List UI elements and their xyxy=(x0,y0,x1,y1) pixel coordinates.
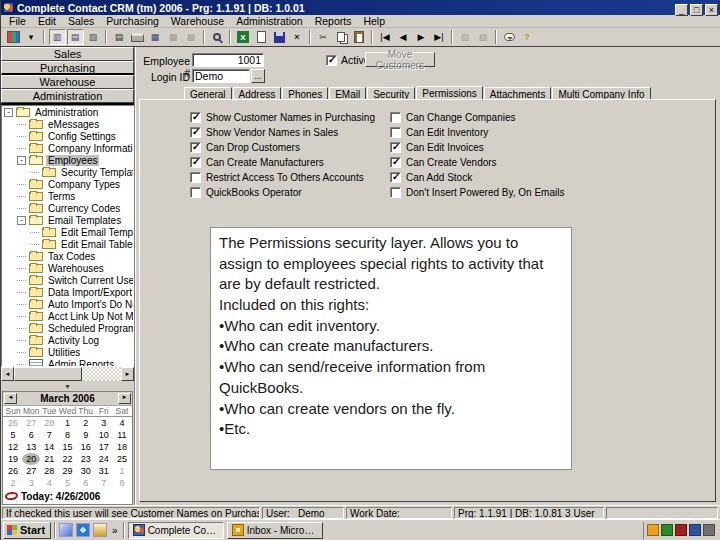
calendar-day[interactable]: 11 xyxy=(113,429,131,441)
calendar-today-row[interactable]: Today: 4/26/2006 xyxy=(3,489,132,503)
calendar-day[interactable]: 22 xyxy=(58,453,76,465)
nav-last-icon[interactable]: ▶| xyxy=(431,29,448,45)
calendar-next-button[interactable]: ► xyxy=(118,393,131,404)
calendar-day[interactable]: 4 xyxy=(40,477,58,489)
checkbox-don-t-insert-powered-by-on-emails[interactable] xyxy=(390,187,401,198)
calendar-day[interactable]: 2 xyxy=(4,477,22,489)
calendar-day[interactable]: 14 xyxy=(40,441,58,453)
tree-item-switch-current-user[interactable]: Switch Current User xyxy=(2,274,133,286)
calendar-day[interactable]: 20 xyxy=(22,453,40,465)
checkbox-restrict-access-to-others-accounts[interactable] xyxy=(190,172,201,183)
tree-horizontal-scrollbar[interactable]: ◄ ► xyxy=(1,367,134,381)
calendar-day[interactable]: 23 xyxy=(77,453,95,465)
checkbox-quickbooks-operator[interactable] xyxy=(190,187,201,198)
calendar-day[interactable]: 15 xyxy=(58,441,76,453)
sidebar-button-warehouse[interactable]: Warehouse xyxy=(1,75,134,89)
excel-export-icon[interactable]: X xyxy=(235,29,252,45)
calendar-day[interactable]: 5 xyxy=(4,429,22,441)
start-button[interactable]: Start xyxy=(3,522,51,539)
checkbox-can-create-manufacturers[interactable] xyxy=(190,157,201,168)
tree-item-emessages[interactable]: eMessages xyxy=(2,118,133,130)
calendar-day[interactable]: 13 xyxy=(22,441,40,453)
tree-item-utilities[interactable]: Utilities xyxy=(2,346,133,358)
collapse-icon[interactable]: - xyxy=(4,108,13,117)
tree-item-config-settings[interactable]: Config Settings xyxy=(2,130,133,142)
calendar-day[interactable]: 8 xyxy=(113,477,131,489)
tray-sync-icon[interactable] xyxy=(675,524,687,536)
move-customers-button[interactable]: Move Customers xyxy=(365,52,435,67)
checkbox-can-add-stock[interactable] xyxy=(390,172,401,183)
calendar-day[interactable]: 2 xyxy=(77,417,95,429)
tree-item-terms[interactable]: Terms xyxy=(2,190,133,202)
calendar-day[interactable]: 28 xyxy=(40,465,58,477)
delete-icon[interactable]: × xyxy=(289,29,306,45)
print-icon[interactable] xyxy=(129,29,146,45)
user-settings-icon[interactable]: ▨ xyxy=(85,29,102,45)
tree-item-admin-reports[interactable]: Admin Reports xyxy=(2,358,133,367)
tree-item-auto-import-s-do-not-m[interactable]: Auto Import's Do Not M xyxy=(2,298,133,310)
ie-icon[interactable] xyxy=(76,523,90,537)
tree-item-company-types[interactable]: Company Types xyxy=(2,178,133,190)
calendar-day[interactable]: 3 xyxy=(95,417,113,429)
quick-launch-chevron[interactable]: » xyxy=(110,525,120,536)
tree-item-scheduled-programs[interactable]: Scheduled Programs xyxy=(2,322,133,334)
tree-item-warehouses[interactable]: Warehouses xyxy=(2,262,133,274)
tree-item-security-templates[interactable]: Security Templates xyxy=(2,166,133,178)
calendar-day[interactable]: 12 xyxy=(4,441,22,453)
tray-volume-icon[interactable] xyxy=(703,524,715,536)
checkbox-can-edit-inventory[interactable] xyxy=(390,127,401,138)
tree-item-employees[interactable]: -Employees xyxy=(2,154,133,166)
calendar-day[interactable]: 31 xyxy=(95,465,113,477)
tree-item-edit-email-tables[interactable]: Edit Email Tables xyxy=(2,238,133,250)
active-checkbox[interactable] xyxy=(326,55,337,66)
calendar-day[interactable]: 1 xyxy=(58,417,76,429)
menu-sales[interactable]: Sales xyxy=(62,15,100,27)
nav-prev-icon[interactable]: ◀ xyxy=(395,29,412,45)
calendar-day[interactable]: 29 xyxy=(58,465,76,477)
minimize-button[interactable]: _ xyxy=(675,4,688,16)
calendar-day[interactable]: 6 xyxy=(22,429,40,441)
nav-first-icon[interactable]: |◀ xyxy=(377,29,394,45)
tray-network-icon[interactable] xyxy=(661,524,673,536)
login-browse-button[interactable]: ... xyxy=(251,69,265,83)
calendar-day[interactable]: 7 xyxy=(95,477,113,489)
tree-item-email-templates[interactable]: -Email Templates xyxy=(2,214,133,226)
profile-dropdown-icon[interactable]: ▾ xyxy=(23,29,40,45)
table-view-icon[interactable]: ▦ xyxy=(147,29,164,45)
calendar-day[interactable]: 24 xyxy=(95,453,113,465)
menu-warehouse[interactable]: Warehouse xyxy=(165,15,230,27)
tree-item-acct-link-up-not-match[interactable]: Acct Link Up Not Match xyxy=(2,310,133,322)
calendar-day[interactable]: 30 xyxy=(77,465,95,477)
sidebar-button-sales[interactable]: Sales xyxy=(1,47,134,61)
calendar-day[interactable]: 27 xyxy=(22,417,40,429)
tree-item-activity-log[interactable]: Activity Log xyxy=(2,334,133,346)
tree-item-tax-codes[interactable]: Tax Codes xyxy=(2,250,133,262)
menu-reports[interactable]: Reports xyxy=(309,15,358,27)
show-desktop-icon[interactable] xyxy=(59,523,73,537)
checkbox-can-drop-customers[interactable] xyxy=(190,142,201,153)
calendar-day[interactable]: 18 xyxy=(113,441,131,453)
menu-file[interactable]: File xyxy=(3,15,32,27)
calendar-day[interactable]: 7 xyxy=(40,429,58,441)
calendar-day[interactable]: 19 xyxy=(4,453,22,465)
paste-icon[interactable] xyxy=(351,29,368,45)
toggle-calendar-panel-icon[interactable]: ▤ xyxy=(67,29,84,45)
checkbox-show-customer-names-in-purchasing[interactable] xyxy=(190,112,201,123)
calendar-day[interactable]: 1 xyxy=(113,465,131,477)
checkbox-can-edit-invoices[interactable] xyxy=(390,142,401,153)
collapse-icon[interactable]: - xyxy=(17,156,26,165)
toggle-tree-panel-icon[interactable]: ▥ xyxy=(49,29,66,45)
calendar-day[interactable]: 17 xyxy=(95,441,113,453)
checkbox-can-create-vendors[interactable] xyxy=(390,157,401,168)
save-icon[interactable] xyxy=(271,29,288,45)
comment-icon[interactable] xyxy=(501,29,518,45)
scroll-thumb[interactable] xyxy=(14,367,82,381)
search-icon[interactable] xyxy=(209,29,226,45)
employee-number-field[interactable] xyxy=(192,53,264,67)
calendar-day[interactable]: 26 xyxy=(4,465,22,477)
nav-next-icon[interactable]: ▶ xyxy=(413,29,430,45)
calendar-day[interactable]: 27 xyxy=(22,465,40,477)
new-record-icon[interactable] xyxy=(253,29,270,45)
calendar-day[interactable]: 26 xyxy=(4,417,22,429)
calendar-day[interactable]: 10 xyxy=(95,429,113,441)
